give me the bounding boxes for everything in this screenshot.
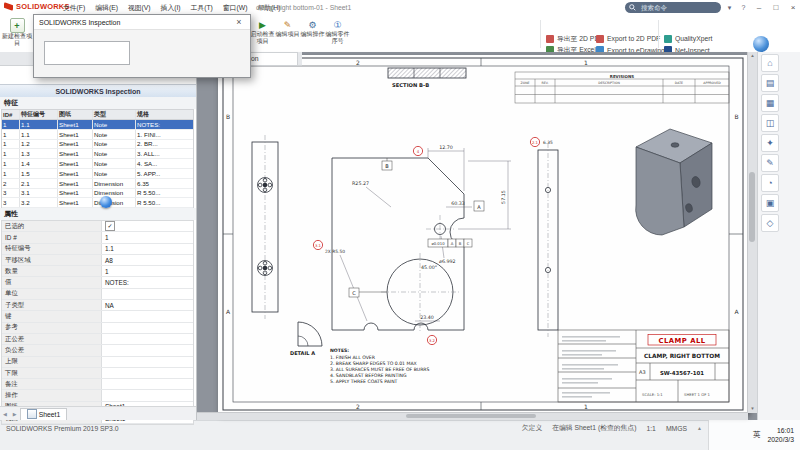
- property-row[interactable]: 上限: [2, 357, 193, 368]
- property-row[interactable]: 参考: [2, 323, 193, 334]
- chevron-down-icon[interactable]: ▾: [724, 4, 735, 12]
- svg-text:12.70: 12.70: [439, 145, 453, 150]
- datum-c[interactable]: C: [349, 288, 387, 297]
- menu-view[interactable]: 视图(V): [123, 3, 156, 13]
- feature-row[interactable]: 1 1.1 Sheet1 Note NOTES:: [2, 120, 193, 130]
- property-row[interactable]: 平移区域 A8: [2, 255, 193, 266]
- menu-insert[interactable]: 插入(I): [156, 3, 186, 13]
- input-language-indicator[interactable]: 英: [753, 430, 761, 440]
- view-palette-icon[interactable]: ◫: [761, 114, 779, 132]
- feature-row[interactable]: 3 3.2 Sheet1 Dimension R 5.50...: [2, 198, 193, 208]
- scale-text: SCALE: 1:1: [642, 392, 663, 397]
- feature-row[interactable]: 1 1.5 Sheet1 Note 5. APP...: [2, 169, 193, 179]
- property-row[interactable]: ID # 1: [2, 232, 193, 243]
- drawing-sheet[interactable]: 2 1 2 1 B A B A SECTION B-B: [218, 55, 748, 413]
- property-row[interactable]: 负公差: [2, 345, 193, 356]
- help-icon[interactable]: ?: [738, 4, 749, 11]
- new-inspection-project-button[interactable]: + 新建检查项目: [0, 17, 34, 51]
- vertical-scroll-thumb[interactable]: [749, 172, 755, 242]
- unit-system[interactable]: MMGS: [666, 425, 687, 432]
- status-expand-icon[interactable]: ▲: [697, 425, 702, 431]
- property-row[interactable]: 操作: [2, 390, 193, 401]
- start-inspection-button[interactable]: ▶ 启动检查项目: [250, 17, 275, 51]
- dimension-height[interactable]: 57.15: [458, 161, 511, 229]
- right-side-view[interactable]: [538, 143, 558, 337]
- property-row[interactable]: 下限: [2, 368, 193, 379]
- balloon[interactable]: 4: [413, 146, 422, 155]
- feature-row[interactable]: 1 1.2 Sheet1 Note 2. BR...: [2, 140, 193, 150]
- menu-window[interactable]: 窗口(W): [218, 3, 253, 13]
- tab-sheet1[interactable]: Sheet1: [20, 408, 68, 420]
- inspection-dialog[interactable]: SOLIDWORKS Inspection ×: [33, 14, 251, 78]
- dialog-close-icon[interactable]: ×: [233, 17, 245, 27]
- design-library-icon[interactable]: ▤: [761, 74, 779, 92]
- horizontal-scrollbar[interactable]: [196, 412, 748, 420]
- sheet-prev-icon[interactable]: ◀: [0, 411, 10, 417]
- property-row[interactable]: 键: [2, 311, 193, 322]
- inspection-pane-icon[interactable]: ▣: [761, 194, 779, 212]
- balloon[interactable]: 3.1: [313, 240, 322, 249]
- scroll-up-icon[interactable]: ▲: [748, 52, 757, 60]
- graphics-area[interactable]: 2 1 2 1 B A B A SECTION B-B: [196, 52, 757, 420]
- resources-icon[interactable]: ⌂: [761, 54, 779, 72]
- dimension-offset[interactable]: 23.40: [415, 315, 440, 321]
- datum-b[interactable]: B: [382, 158, 392, 170]
- document-title: clamp, right bottom-01 - Sheet1: [256, 4, 351, 11]
- property-row[interactable]: 特征编号 1.1: [2, 244, 193, 255]
- file-explorer-icon[interactable]: ▦: [761, 94, 779, 112]
- dimension-thickness[interactable]: 6.35: [543, 140, 553, 145]
- ribbon-separator: [658, 20, 659, 48]
- dimension-width[interactable]: 60.33: [446, 201, 472, 207]
- dimension-fillets[interactable]: 2X R5.50: [325, 249, 367, 321]
- dimension-angle[interactable]: 45.00°: [421, 265, 437, 270]
- sheet-next-icon[interactable]: ▶: [10, 411, 20, 417]
- qualityxpert-button[interactable]: QualityXpert: [664, 33, 712, 45]
- property-row[interactable]: 正公差: [2, 334, 193, 345]
- isometric-view[interactable]: [636, 129, 712, 235]
- appearances-icon[interactable]: ✦: [761, 134, 779, 152]
- search-input[interactable]: [639, 3, 709, 12]
- command-search-box[interactable]: [625, 2, 721, 13]
- menu-tools[interactable]: 工具(T): [186, 3, 218, 13]
- feature-row[interactable]: 1 1.3 Sheet1 Note 3. ALL...: [2, 149, 193, 159]
- property-row[interactable]: 单位: [2, 289, 193, 300]
- property-row[interactable]: 子类型 NA: [2, 300, 193, 311]
- edit-balloons-button[interactable]: ① 编辑零件序号: [325, 17, 350, 51]
- tray-clock[interactable]: 16:01 2020/3/3: [768, 426, 794, 444]
- sheet-scale[interactable]: 1:1: [646, 425, 655, 432]
- close-button[interactable]: ×: [786, 0, 800, 15]
- balloon-placement-marker: [100, 196, 112, 208]
- left-side-view[interactable]: [252, 135, 278, 319]
- feature-row[interactable]: 1 1.1 Sheet1 Note 1. FINI...: [2, 130, 193, 140]
- datum-a[interactable]: A: [474, 201, 484, 211]
- dimension-radius[interactable]: R25.27: [352, 181, 391, 207]
- dimension-chamfer[interactable]: 12.70: [428, 145, 464, 191]
- minimize-button[interactable]: –: [752, 0, 766, 15]
- menu-file[interactable]: 文件(F): [58, 3, 90, 13]
- feature-row[interactable]: 2 2.1 Sheet1 Dimension 6.35: [2, 179, 193, 189]
- menu-edit[interactable]: 编辑(E): [90, 3, 123, 13]
- maximize-button[interactable]: □: [769, 0, 783, 15]
- section-view[interactable]: SECTION B-B: [388, 68, 466, 88]
- solidworks-resources-sphere-icon[interactable]: [753, 36, 769, 52]
- scroll-down-icon[interactable]: ▼: [748, 405, 757, 413]
- property-row[interactable]: 已选的 ✓: [2, 221, 193, 232]
- svg-text:C: C: [467, 241, 470, 246]
- edit-project-button[interactable]: ✎ 编辑项目: [275, 17, 300, 51]
- edit-operation-button[interactable]: ⚙ 编辑操作: [300, 17, 325, 51]
- property-row[interactable]: 备注: [2, 379, 193, 390]
- property-row[interactable]: 值 NOTES:: [2, 277, 193, 288]
- balloon[interactable]: 3.2: [427, 335, 436, 344]
- feature-row[interactable]: 3 3.1 Sheet1 Dimension R 5.50...: [2, 189, 193, 199]
- vertical-scrollbar[interactable]: ▲ ▼: [747, 52, 757, 413]
- balloon[interactable]: 2.1: [530, 137, 539, 146]
- extra-pane-icon[interactable]: ◇: [761, 214, 779, 232]
- forum-icon[interactable]: ◔: [761, 174, 779, 192]
- custom-properties-icon[interactable]: ✎: [761, 154, 779, 172]
- dialog-title-bar[interactable]: SOLIDWORKS Inspection ×: [34, 15, 250, 30]
- detail-view[interactable]: DETAIL A: [290, 322, 322, 356]
- feature-control-frame[interactable]: ⌀0.010 A B C: [428, 239, 472, 247]
- feature-row[interactable]: 1 1.4 Sheet1 Note 4. SA...: [2, 159, 193, 169]
- property-row[interactable]: 数量 1: [2, 266, 193, 277]
- horizontal-scroll-thumb[interactable]: [406, 414, 536, 418]
